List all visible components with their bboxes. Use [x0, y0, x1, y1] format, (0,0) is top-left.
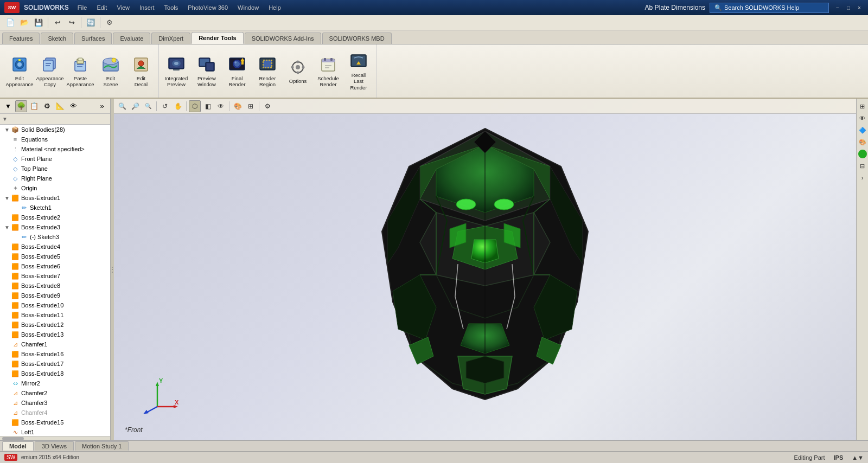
tree-item-loft1[interactable]: ∿Loft1 [0, 427, 110, 436]
tab-surfaces[interactable]: Surfaces [74, 33, 112, 44]
tree-item-boss-extrude11[interactable]: 🟧Boss-Extrude11 [0, 310, 110, 320]
edit-scene-button[interactable]: EditScene [97, 49, 125, 93]
tree-item-equations[interactable]: ≡Equations [0, 134, 110, 144]
tab-solidworks-addins[interactable]: SOLIDWORKS Add-Ins [245, 33, 321, 44]
tree-item-boss-extrude3[interactable]: ▼🟧Boss-Extrude3 [0, 222, 110, 232]
tree-toggle[interactable]: ▼ [4, 127, 11, 133]
3d-viewport[interactable]: 🔍 🔎 🔍 ↺ ✋ ⬡ ◧ 👁 🎨 ⊞ ⚙ [114, 99, 856, 440]
rebuild-btn[interactable]: 🔄 [85, 17, 97, 29]
tree-item-mirror2[interactable]: ⇔Mirror2 [0, 378, 110, 388]
options-btn[interactable]: ⚙ [104, 17, 116, 29]
tree-item-chamfer4[interactable]: ⊿Chamfer4 [0, 408, 110, 417]
tree-item-chamfer1[interactable]: ⊿Chamfer1 [0, 339, 110, 349]
tab-features[interactable]: Features [2, 33, 40, 44]
tree-item-boss-extrude9[interactable]: 🟧Boss-Extrude9 [0, 291, 110, 300]
tree-item-boss-extrude15[interactable]: 🟧Boss-Extrude15 [0, 417, 110, 427]
pan-btn[interactable]: ✋ [172, 100, 184, 112]
right-icon-grid[interactable]: ⊟ [857, 160, 868, 171]
save-btn[interactable]: 💾 [33, 17, 44, 29]
menu-file[interactable]: File [73, 3, 92, 12]
tree-toggle[interactable]: ▼ [4, 224, 11, 230]
undo-btn[interactable]: ↩ [52, 17, 63, 29]
view-orient-btn[interactable]: ⬡ [189, 100, 201, 112]
tab-sketch[interactable]: Sketch [41, 33, 73, 44]
tab-evaluate[interactable]: Evaluate [113, 33, 150, 44]
menu-help[interactable]: Help [264, 3, 285, 12]
tree-item-boss-extrude4[interactable]: 🟧Boss-Extrude4 [0, 242, 110, 252]
tab-dimxpert[interactable]: DimXpert [151, 33, 190, 44]
tree-item-boss-extrude8[interactable]: 🟧Boss-Extrude8 [0, 281, 110, 291]
render-region-button[interactable]: RenderRegion [253, 49, 282, 93]
display-manager-tab[interactable]: 👁 [67, 100, 79, 112]
tab-motion-study[interactable]: Motion Study 1 [75, 441, 129, 451]
section-view-btn[interactable]: ⊞ [245, 100, 257, 112]
settings-btn[interactable]: ⚙ [261, 100, 273, 112]
rotate-btn[interactable]: ↺ [159, 100, 171, 112]
property-manager-tab[interactable]: 📋 [28, 100, 40, 112]
tree-item-boss-extrude10[interactable]: 🟧Boss-Extrude10 [0, 300, 110, 310]
right-icon-eye[interactable]: 👁 [857, 113, 868, 124]
tree-item-sketch1[interactable]: ✏Sketch1 [0, 203, 110, 213]
tab-solidworks-mbd[interactable]: SOLIDWORKS MBD [322, 33, 392, 44]
tree-item-sketch3[interactable]: ✏(-) Sketch3 [0, 232, 110, 242]
right-icon-green[interactable] [858, 150, 867, 158]
menu-view[interactable]: View [112, 3, 134, 12]
tree-item-top-plane[interactable]: ◇Top Plane [0, 164, 110, 173]
tree-item-boss-extrude7[interactable]: 🟧Boss-Extrude7 [0, 271, 110, 281]
edit-decal-button[interactable]: EditDecal [127, 49, 155, 93]
recall-last-render-button[interactable]: RecallLastRender [344, 49, 373, 93]
right-icon-3d[interactable]: 🔷 [857, 125, 868, 136]
tree-item-boss-extrude5[interactable]: 🟧Boss-Extrude5 [0, 252, 110, 261]
tab-model[interactable]: Model [2, 441, 34, 451]
tree-toggle[interactable]: ▼ [4, 195, 11, 201]
menu-tools[interactable]: Tools [160, 3, 183, 12]
tree-hscroll[interactable] [0, 436, 110, 440]
redo-btn[interactable]: ↪ [66, 17, 78, 29]
menu-window[interactable]: Window [233, 3, 263, 12]
tree-item-boss-extrude18[interactable]: 🟧Boss-Extrude18 [0, 369, 110, 378]
open-doc-btn[interactable]: 📂 [18, 17, 30, 29]
tree-item-chamfer2[interactable]: ⊿Chamfer2 [0, 388, 110, 398]
tree-item-boss-extrude2[interactable]: 🟧Boss-Extrude2 [0, 213, 110, 222]
zoom-to-fit-btn[interactable]: 🔍 [116, 100, 128, 112]
restore-button[interactable]: □ [844, 4, 853, 11]
preview-window-button[interactable]: PreviewWindow [193, 49, 221, 93]
appearance-btn[interactable]: 🎨 [232, 100, 244, 112]
tree-item-boss-extrude13[interactable]: 🟧Boss-Extrude13 [0, 330, 110, 339]
tree-item-boss-extrude6[interactable]: 🟧Boss-Extrude6 [0, 261, 110, 271]
right-icon-paint[interactable]: 🎨 [857, 137, 868, 147]
tab-3d-views[interactable]: 3D Views [35, 441, 74, 451]
close-button[interactable]: × [855, 4, 864, 11]
tree-item-front-plane[interactable]: ◇Front Plane [0, 154, 110, 164]
tree-item-boss-extrude16[interactable]: 🟧Boss-Extrude16 [0, 349, 110, 359]
view-style-btn[interactable]: ◧ [202, 100, 214, 112]
new-doc-btn[interactable]: 📄 [4, 17, 16, 29]
options-button[interactable]: Options [284, 49, 312, 93]
tree-item-boss-extrude17[interactable]: 🟧Boss-Extrude17 [0, 359, 110, 369]
tree-item-material[interactable]: ⋮Material <not specified> [0, 144, 110, 154]
edit-appearance-button[interactable]: EditAppearance [5, 49, 34, 93]
tree-item-chamfer3[interactable]: ⊿Chamfer3 [0, 398, 110, 408]
filter-icon[interactable]: ▼ [2, 100, 14, 112]
config-manager-tab[interactable]: ⚙ [41, 100, 53, 112]
menu-photoview[interactable]: PhotoView 360 [183, 3, 232, 12]
right-icon-filter[interactable]: ⊞ [857, 101, 868, 112]
zoom-out-btn[interactable]: 🔍 [142, 100, 154, 112]
dim-xpert-tab[interactable]: 📐 [54, 100, 66, 112]
feature-manager-tab[interactable]: 🌳 [15, 100, 27, 112]
tree-item-solid-bodies[interactable]: ▼📦Solid Bodies(28) [0, 125, 110, 134]
tree-item-origin[interactable]: ✦Origin [0, 183, 110, 193]
tree-item-right-plane[interactable]: ◇Right Plane [0, 173, 110, 183]
integrated-preview-button[interactable]: IntegratedPreview [162, 49, 190, 93]
arrow-btn[interactable]: ▲▼ [852, 454, 864, 461]
search-box[interactable]: 🔍 Search SOLIDWORKS Help [710, 3, 829, 13]
expand-panel[interactable]: » [96, 100, 108, 112]
menu-edit[interactable]: Edit [92, 3, 111, 12]
right-icon-arrow[interactable]: › [857, 172, 868, 183]
final-render-button[interactable]: FinalRender [223, 49, 251, 93]
minimize-button[interactable]: − [833, 4, 842, 11]
schedule-render-button[interactable]: ScheduleRender [314, 49, 342, 93]
paste-appearance-button[interactable]: PasteAppearance [66, 49, 94, 93]
appearance-copy-button[interactable]: AppearanceCopy [36, 49, 64, 93]
menu-insert[interactable]: Insert [135, 3, 159, 12]
